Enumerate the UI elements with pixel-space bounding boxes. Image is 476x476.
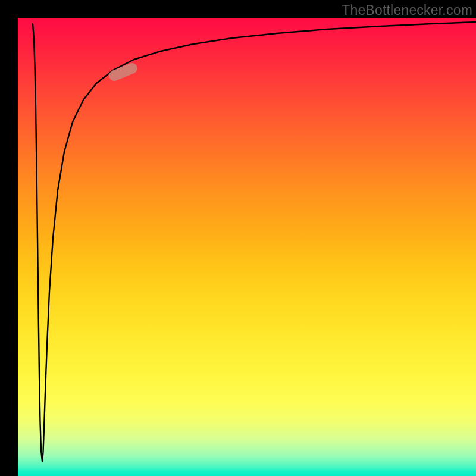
plot-area bbox=[18, 18, 476, 476]
chart-frame: TheBottlenecker.com bbox=[0, 0, 476, 476]
watermark-text: TheBottlenecker.com bbox=[342, 2, 472, 18]
